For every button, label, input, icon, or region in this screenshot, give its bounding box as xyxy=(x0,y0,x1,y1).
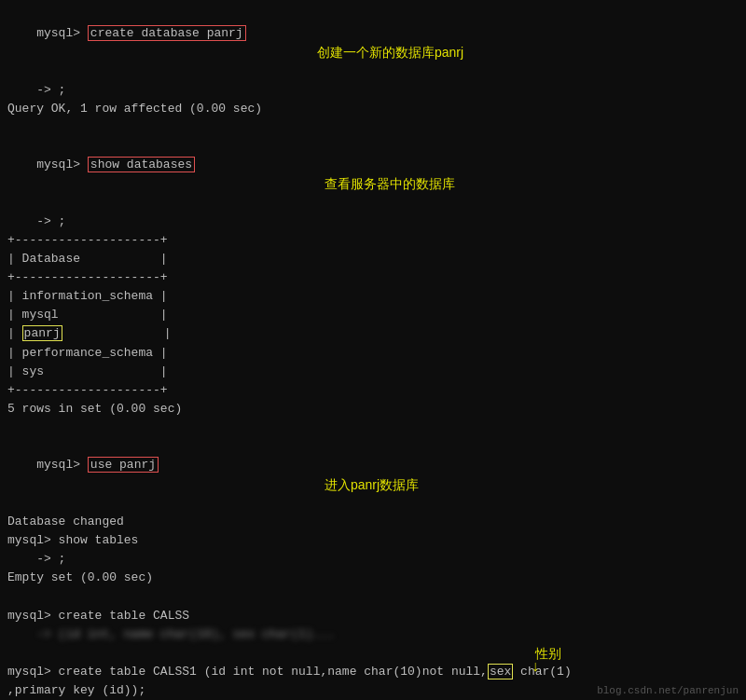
line-query-ok1: Query OK, 1 row affected (0.00 sec) xyxy=(7,100,739,118)
terminal: mysql> create database panrj 创建一个新的数据库pa… xyxy=(0,0,746,700)
line-create-calss: mysql> create table CALSS xyxy=(7,607,739,625)
annotation-create-db: 创建一个新的数据库panrj xyxy=(317,43,463,63)
line-cont1: -> ; xyxy=(7,81,739,100)
line-create-calss1: mysql> create table CALSS1 (id int not n… xyxy=(7,663,739,681)
ok-text: Query OK, 1 row affected (0.00 sec) xyxy=(7,102,262,116)
db-row-info: | information_schema | xyxy=(7,287,739,306)
line-use-panrj: mysql> use panrj 进入panrj数据库 xyxy=(7,437,739,513)
arrow-down-icon: ↓ xyxy=(531,659,540,676)
prompt2: mysql> xyxy=(36,158,88,172)
line-create-db: mysql> create database panrj 创建一个新的数据库pa… xyxy=(7,6,739,81)
db-highlight-panrj: panrj xyxy=(22,325,62,341)
cont-text2: -> ; xyxy=(7,214,65,228)
annotation-show-db: 查看服务器中的数据库 xyxy=(325,174,455,195)
db-row-mysql: | mysql | xyxy=(7,306,739,324)
blank3 xyxy=(7,587,739,606)
line-show-db: mysql> show databases 查看服务器中的数据库 xyxy=(7,137,739,213)
line-show-tables: mysql> show tables xyxy=(7,531,739,550)
cmd-show-db: show databases xyxy=(88,157,195,172)
table-sep3: +--------------------+ xyxy=(7,381,739,400)
line-db-changed: Database changed xyxy=(7,513,739,531)
table-sep1: +--------------------+ xyxy=(7,231,739,250)
db-row-perf: | performance_schema | xyxy=(7,344,739,363)
line-cont2: -> ; xyxy=(7,213,739,231)
table-header: | Database | xyxy=(7,250,739,268)
watermark: blog.csdn.net/panrenjun xyxy=(597,685,739,696)
blank4 xyxy=(7,644,739,663)
line-empty-set: Empty set (0.00 sec) xyxy=(7,569,739,587)
table-sep2: +--------------------+ xyxy=(7,268,739,287)
prompt: mysql> xyxy=(36,26,88,40)
prompt3: mysql> xyxy=(36,458,88,472)
line-blurred: -> (id int, name char(10), sex char(1)..… xyxy=(7,625,739,644)
cont-text: -> ; xyxy=(7,83,65,97)
db-row-sys: | sys | xyxy=(7,363,739,381)
cmd-create-db: create database panrj xyxy=(88,25,246,41)
line-5rows: 5 rows in set (0.00 sec) xyxy=(7,400,739,419)
blank2 xyxy=(7,419,739,437)
db-row-panrj: | panrj | xyxy=(7,324,739,343)
line-cont3: -> ; xyxy=(7,550,739,569)
cmd-use-panrj: use panrj xyxy=(88,457,159,473)
annotation-use-panrj: 进入panrj数据库 xyxy=(325,475,419,496)
sex-highlight: sex xyxy=(488,664,513,679)
blank1 xyxy=(7,118,739,137)
